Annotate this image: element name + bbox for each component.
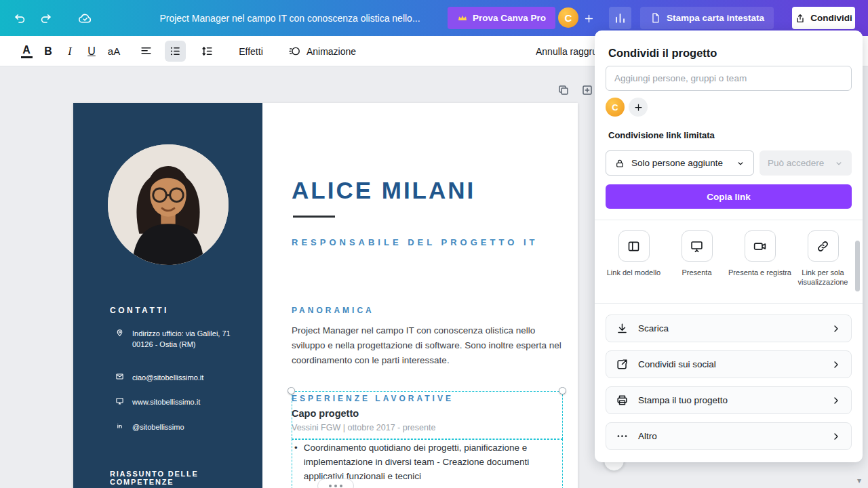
panel-divider (595, 220, 863, 220)
text-color-letter: A (22, 45, 31, 56)
add-page-button[interactable] (581, 84, 593, 96)
share-panel: Condividi il progetto C Condivisione lin… (595, 30, 863, 462)
print-letterhead-button[interactable]: Stampa carta intestata (640, 7, 774, 29)
duplicate-page-button[interactable] (557, 84, 570, 96)
undo-icon (14, 12, 26, 25)
insights-button[interactable] (609, 7, 631, 29)
link-sharing-heading: Condivisione link limitata (608, 130, 715, 140)
bullet-list-icon (169, 45, 182, 58)
scrollbar-down-arrow[interactable]: ▾ (857, 476, 861, 485)
design-page[interactable]: CONTATTI Indirizzo ufficio: via Galilei,… (73, 103, 578, 488)
lock-icon (614, 158, 625, 169)
share-button[interactable]: Condividi (792, 7, 855, 29)
menu-row-print[interactable]: Stampa il tuo progetto (606, 386, 852, 414)
quick-action-label: Link del modello (607, 268, 661, 277)
line-spacing-icon (201, 45, 214, 58)
selection-handle-top-left[interactable] (288, 387, 295, 394)
bold-button[interactable]: B (39, 36, 57, 66)
contact-address: Indirizzo ufficio: via Galilei, 71 00126… (115, 328, 235, 350)
quick-action-template-link[interactable]: Link del modello (602, 230, 665, 277)
present-icon (690, 239, 704, 253)
selection-handle-top-right[interactable] (559, 387, 566, 394)
contact-linkedin: @sitobellissimo (115, 422, 235, 432)
resume-role[interactable]: RESPONSABILE DEL PROGETTO IT (292, 237, 538, 247)
more-icon (616, 430, 629, 443)
user-avatar[interactable]: C (558, 7, 578, 28)
resume-name[interactable]: ALICE MILANI (292, 177, 475, 204)
bar-chart-icon (614, 12, 627, 24)
animation-icon (288, 45, 301, 58)
panel-divider (595, 303, 863, 304)
avatar-letter: C (565, 12, 572, 24)
chevron-right-icon (831, 395, 842, 406)
menu-row-download[interactable]: Scarica (606, 314, 852, 342)
chevron-right-icon (831, 359, 842, 370)
overview-text[interactable]: Project Manager nel campo IT con conosce… (292, 323, 561, 368)
effects-button[interactable]: Effetti (234, 36, 268, 66)
access-dropdown[interactable]: Solo persone aggiunte (606, 150, 754, 176)
experience-heading[interactable]: ESPERIENZE LAVORATIVE (292, 394, 454, 403)
text-case-button[interactable]: aA (103, 36, 125, 66)
italic-button[interactable]: I (61, 36, 79, 66)
print-icon (616, 394, 629, 407)
chevron-down-icon (736, 159, 745, 168)
copy-link-button[interactable]: Copia link (606, 184, 852, 209)
document-title[interactable]: Project Manager nel campo IT con conosce… (153, 0, 427, 36)
bullet-list-button[interactable] (165, 41, 186, 62)
address-line1: Indirizzo ufficio: via Galilei, 71 (132, 329, 231, 338)
save-status-button[interactable] (75, 8, 95, 28)
present-record-icon (753, 239, 767, 253)
animation-label: Animazione (307, 46, 356, 57)
job-meta[interactable]: Vessini FGW | ottobre 2017 - presente (292, 423, 435, 432)
menu-row-more[interactable]: Altro (606, 422, 852, 450)
share-avatar-letter: C (612, 102, 618, 113)
redo-button[interactable] (35, 8, 56, 28)
bullet-marker: • (294, 441, 298, 483)
try-canva-pro-label: Prova Canva Pro (473, 13, 546, 23)
line-spacing-button[interactable] (197, 36, 217, 66)
chevron-right-icon (831, 431, 842, 442)
chevron-down-icon (834, 159, 844, 168)
website-text: www.sitobellissimo.it (132, 396, 235, 407)
contacts-heading: CONTATTI (110, 306, 169, 315)
try-canva-pro-button[interactable]: Prova Canva Pro (448, 7, 555, 29)
add-collaborator-button[interactable] (629, 98, 648, 117)
portrait-illustration (108, 144, 229, 265)
menu-row-social-share[interactable]: Condividi sui social (606, 350, 852, 378)
add-page-icon (581, 84, 593, 96)
job-title[interactable]: Capo progetto (292, 408, 359, 419)
invite-member-button[interactable] (580, 10, 597, 26)
page-controls-pill[interactable] (317, 479, 354, 488)
quick-action-view-only-link[interactable]: Link per sola visualizzazione (791, 230, 854, 287)
plus-icon (583, 13, 595, 24)
download-icon (616, 322, 629, 335)
monitor-icon (115, 396, 124, 407)
duplicate-icon (557, 84, 570, 96)
bullet-text: Coordinamento quotidiano dei progetti, p… (304, 441, 552, 483)
crown-icon (457, 13, 468, 24)
panel-scrollbar-thumb[interactable] (855, 241, 860, 291)
add-people-input[interactable] (606, 66, 852, 91)
redo-icon (39, 12, 52, 25)
view-only-link-icon (816, 239, 830, 253)
permission-dropdown[interactable]: Può accedere (760, 150, 852, 176)
menu-row-label: Altro (638, 431, 821, 441)
quick-action-present[interactable]: Presenta (665, 230, 728, 277)
address-line2: 00126 - Ostia (RM) (132, 340, 196, 348)
text-align-button[interactable] (136, 36, 156, 66)
location-pin-icon (115, 328, 124, 350)
job-bullet[interactable]: • Coordinamento quotidiano dei progetti,… (294, 441, 552, 483)
menu-row-label: Scarica (638, 323, 821, 333)
share-upload-icon (795, 13, 806, 24)
underline-button[interactable]: U (83, 36, 100, 66)
text-color-button[interactable]: A (18, 36, 35, 66)
print-letterhead-label: Stampa carta intestata (667, 13, 764, 23)
quick-action-present-record[interactable]: Presenta e registra (728, 230, 791, 277)
animation-button[interactable]: Animazione (285, 36, 359, 66)
undo-button[interactable] (9, 8, 30, 28)
access-dropdown-value: Solo persone aggiunte (631, 158, 730, 168)
profile-photo[interactable] (108, 144, 229, 265)
linkedin-text: @sitobellissimo (132, 422, 235, 432)
share-avatar[interactable]: C (606, 98, 625, 117)
overview-heading[interactable]: PANORAMICA (292, 306, 374, 315)
